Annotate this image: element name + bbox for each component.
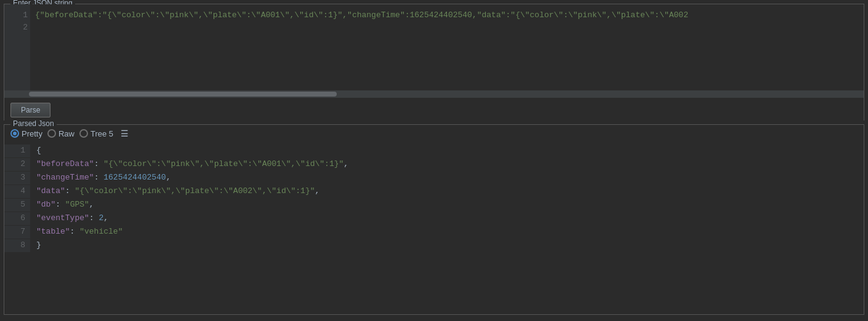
line-num-4: 4 — [4, 185, 30, 198]
radio-raw[interactable]: Raw — [47, 129, 74, 138]
radio-raw-label: Raw — [58, 129, 74, 138]
radio-pretty-circle[interactable] — [10, 129, 19, 138]
table-row: 4 "data": "{\"color\":\"pink\",\"plate\"… — [4, 185, 864, 199]
table-row: 7 "table": "vehicle" — [4, 226, 864, 239]
line-content-4: "data": "{\"color\":\"pink\",\"plate\":\… — [30, 185, 319, 198]
horizontal-scrollbar[interactable] — [4, 90, 864, 98]
line-num-3: 3 — [4, 172, 30, 184]
parse-button[interactable]: Parse — [10, 103, 50, 117]
parsed-json-panel: Parsed Json Pretty Raw Tree 5 ☰ 1 { 2 "b… — [4, 124, 864, 315]
line-content-2: "beforeData": "{\"color\":\"pink\",\"pla… — [30, 158, 348, 171]
json-input-wrapper: 1 2 {"beforeData":"{\"color\":\"pink\",\… — [4, 4, 864, 90]
enter-json-panel: Enter JSON string 1 2 {"beforeData":"{\"… — [4, 4, 864, 121]
table-row: 8 } — [4, 239, 864, 253]
line-num-8: 8 — [4, 239, 30, 252]
line-content-7: "table": "vehicle" — [30, 226, 123, 239]
radio-pretty-label: Pretty — [22, 129, 42, 138]
parsed-json-legend: Parsed Json — [10, 119, 57, 128]
line-content-8: } — [30, 239, 41, 252]
parse-button-area: Parse — [4, 98, 864, 122]
table-row: 2 "beforeData": "{\"color\":\"pink\",\"p… — [4, 158, 864, 172]
line-content-5: "db": "GPS", — [30, 199, 94, 212]
radio-tree-circle[interactable] — [79, 129, 88, 138]
table-row: 1 { — [4, 145, 864, 158]
line-content-6: "eventType": 2, — [30, 212, 108, 225]
table-row: 6 "eventType": 2, — [4, 212, 864, 226]
table-row: 5 "db": "GPS", — [4, 199, 864, 212]
line-num-1: 1 — [4, 145, 30, 157]
line-content-1: { — [30, 145, 41, 157]
filter-icon[interactable]: ☰ — [121, 129, 129, 138]
line-num-6: 6 — [4, 212, 30, 225]
scrollbar-thumb[interactable] — [29, 92, 337, 97]
radio-raw-circle[interactable] — [47, 129, 56, 138]
radio-tree-label: Tree 5 — [90, 129, 113, 138]
line-num-2: 2 — [4, 158, 30, 171]
radio-pretty[interactable]: Pretty — [10, 129, 42, 138]
table-row: 3 "changeTime": 1625424402540, — [4, 172, 864, 185]
parsed-code-area: 1 { 2 "beforeData": "{\"color\":\"pink\"… — [4, 142, 864, 255]
line-num-5: 5 — [4, 199, 30, 212]
radio-tree[interactable]: Tree 5 — [79, 129, 113, 138]
json-input[interactable]: {"beforeData":"{\"color\":\"pink\",\"pla… — [4, 4, 864, 90]
view-selector: Pretty Raw Tree 5 ☰ — [4, 125, 864, 142]
line-content-3: "changeTime": 1625424402540, — [30, 172, 171, 184]
line-num-7: 7 — [4, 226, 30, 239]
